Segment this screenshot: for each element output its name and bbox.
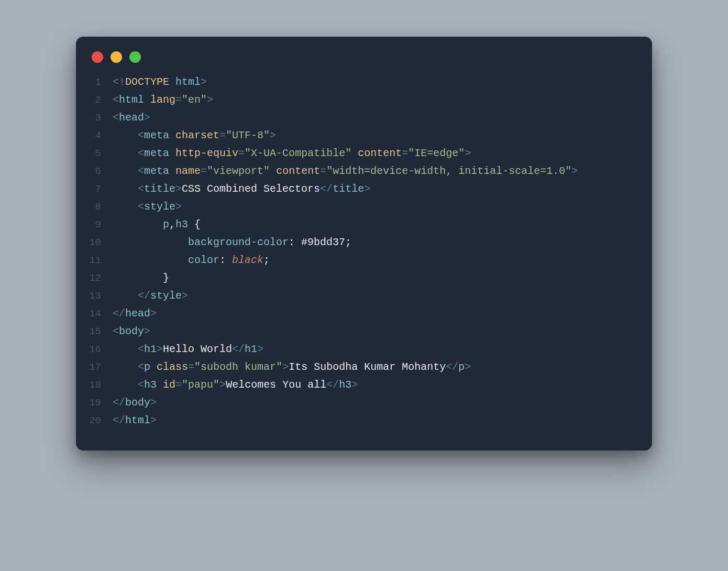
token-tag: body: [119, 325, 144, 337]
token-str: "en": [182, 94, 207, 106]
token-txt: [351, 147, 358, 159]
line-content[interactable]: <p class="subodh kumar">Its Subodha Kuma…: [113, 358, 636, 376]
token-tag: title: [144, 183, 175, 195]
line-content[interactable]: <meta charset="UTF-8">: [113, 127, 636, 145]
token-punw: {: [194, 218, 201, 230]
line-content[interactable]: </body>: [113, 394, 636, 412]
token-str: "width=device-width, initial-scale=1.0": [326, 165, 571, 177]
token-str: "IE=edge": [408, 147, 465, 159]
code-line[interactable]: 9 p,h3 {: [76, 216, 636, 234]
code-line[interactable]: 3<head>: [76, 109, 636, 127]
token-punw: ,: [169, 218, 175, 230]
token-punw: :: [219, 254, 232, 266]
token-tag: html: [125, 414, 150, 426]
token-txt: [113, 272, 163, 284]
code-line[interactable]: 18 <h3 id="papu">Welcomes You all</h3>: [76, 376, 636, 394]
line-content[interactable]: color: black;: [113, 251, 636, 269]
line-number: 18: [76, 377, 113, 393]
token-tag: title: [333, 183, 364, 195]
code-line[interactable]: 10 background-color: #9bdd37;: [76, 234, 636, 251]
line-number: 3: [76, 109, 113, 126]
token-prop: color: [188, 254, 219, 266]
token-txt: [113, 147, 138, 159]
token-tag: h1: [245, 343, 257, 355]
token-tag: style: [150, 290, 182, 302]
token-attr: http-equiv: [175, 147, 238, 159]
code-line[interactable]: 16 <h1>Hello World</h1>: [76, 341, 636, 358]
token-txt: [113, 201, 138, 213]
token-txt: [270, 165, 276, 177]
token-txt: [144, 94, 150, 106]
line-content[interactable]: p,h3 {: [113, 216, 636, 234]
token-pun: </: [113, 397, 125, 409]
line-content[interactable]: <meta http-equiv="X-UA-Compatible" conte…: [113, 145, 636, 162]
token-attr: lang: [150, 94, 175, 106]
code-line[interactable]: 6 <meta name="viewport" content="width=d…: [76, 162, 636, 180]
token-pun: >: [571, 165, 578, 177]
line-number: 19: [76, 394, 113, 411]
line-content[interactable]: <body>: [113, 323, 636, 341]
line-content[interactable]: <meta name="viewport" content="width=dev…: [113, 162, 636, 180]
token-txt: [169, 147, 175, 159]
line-content[interactable]: <style>: [113, 198, 636, 216]
token-tag: p: [458, 361, 465, 373]
line-content[interactable]: <!DOCTYPE html>: [113, 73, 636, 91]
line-number: 15: [76, 323, 113, 340]
token-tag: p: [144, 361, 150, 373]
line-content[interactable]: <head>: [113, 109, 636, 127]
line-number: 9: [76, 216, 113, 233]
code-line[interactable]: 12 }: [76, 269, 636, 287]
token-punw: ;: [345, 236, 351, 248]
token-tag: body: [125, 397, 150, 409]
code-window: 1<!DOCTYPE html>2<html lang="en">3<head>…: [76, 37, 652, 451]
code-editor[interactable]: 1<!DOCTYPE html>2<html lang="en">3<head>…: [76, 68, 652, 435]
line-content[interactable]: }: [113, 269, 636, 287]
code-line[interactable]: 7 <title>CSS Combined Selectors</title>: [76, 180, 636, 198]
line-content[interactable]: <h3 id="papu">Welcomes You all</h3>: [113, 376, 636, 394]
code-line[interactable]: 8 <style>: [76, 198, 636, 216]
minimize-icon[interactable]: [111, 51, 122, 63]
token-txt: [113, 218, 163, 230]
token-tag: html: [119, 94, 144, 106]
line-number: 14: [76, 305, 113, 322]
code-line[interactable]: 17 <p class="subodh kumar">Its Subodha K…: [76, 358, 636, 376]
token-txt: [113, 236, 188, 248]
token-txt: [157, 379, 163, 391]
code-line[interactable]: 19</body>: [76, 394, 636, 412]
line-content[interactable]: </style>: [113, 287, 636, 305]
token-pun: =: [219, 129, 226, 141]
token-pun: <: [138, 361, 144, 373]
token-punw: :: [289, 236, 301, 248]
token-pun: >: [364, 183, 370, 195]
token-pun: >: [270, 129, 276, 141]
code-line[interactable]: 20</html>: [76, 412, 636, 430]
line-content[interactable]: <h1>Hello World</h1>: [113, 341, 636, 358]
code-line[interactable]: 13 </style>: [76, 287, 636, 305]
line-number: 2: [76, 92, 113, 108]
close-icon[interactable]: [92, 51, 103, 63]
maximize-icon[interactable]: [129, 51, 141, 63]
line-content[interactable]: </html>: [113, 412, 636, 430]
code-line[interactable]: 5 <meta http-equiv="X-UA-Compatible" con…: [76, 145, 636, 162]
token-txt: [113, 379, 138, 391]
token-attr: charset: [175, 129, 219, 141]
token-pun: =: [175, 379, 182, 391]
token-pun: =: [238, 147, 245, 159]
code-line[interactable]: 14</head>: [76, 305, 636, 323]
line-content[interactable]: </head>: [113, 305, 636, 323]
token-tag: style: [144, 201, 175, 213]
line-content[interactable]: background-color: #9bdd37;: [113, 234, 636, 251]
code-line[interactable]: 1<!DOCTYPE html>: [76, 73, 636, 91]
token-pun: </: [113, 308, 125, 320]
code-line[interactable]: 15<body>: [76, 323, 636, 341]
line-number: 7: [76, 181, 113, 197]
token-punw: }: [163, 272, 169, 284]
line-number: 17: [76, 359, 113, 376]
code-line[interactable]: 4 <meta charset="UTF-8">: [76, 127, 636, 145]
line-content[interactable]: <title>CSS Combined Selectors</title>: [113, 180, 636, 198]
line-content[interactable]: <html lang="en">: [113, 91, 636, 109]
code-line[interactable]: 11 color: black;: [76, 251, 636, 269]
code-line[interactable]: 2<html lang="en">: [76, 91, 636, 109]
token-pun: >: [175, 201, 182, 213]
token-pun: <: [138, 129, 144, 141]
